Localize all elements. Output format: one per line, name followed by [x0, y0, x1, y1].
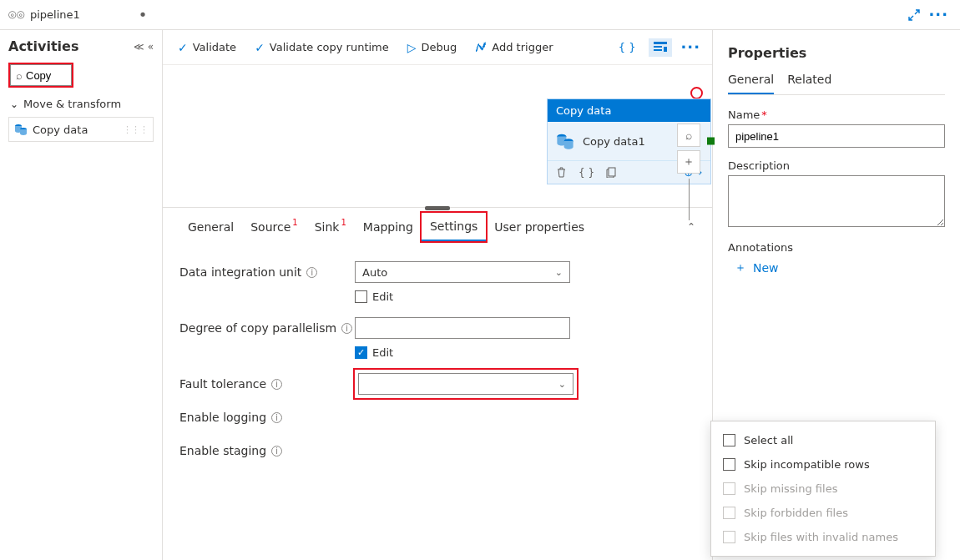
degree-label: Degree of copy parallelism: [179, 321, 336, 335]
add-trigger-button[interactable]: 🗲 Add trigger: [475, 41, 553, 54]
tab-settings[interactable]: Settings: [422, 213, 486, 241]
annotations-label: Annotations: [728, 241, 945, 254]
name-label: Name: [728, 108, 760, 121]
prop-tab-general[interactable]: General: [728, 73, 774, 94]
dd-select-all[interactable]: Select all: [711, 428, 935, 452]
activity-copy-data[interactable]: Copy data ⋮⋮⋮: [8, 117, 154, 142]
svg-rect-2: [654, 42, 667, 44]
checkbox[interactable]: [723, 458, 735, 471]
unsaved-indicator-icon: •: [139, 6, 148, 23]
edit-label: Edit: [372, 290, 393, 303]
chevron-down-icon: ⌄: [10, 98, 18, 110]
database-icon: [14, 123, 28, 136]
info-icon[interactable]: i: [306, 267, 317, 278]
node-name: Copy data1: [583, 135, 645, 148]
degree-input[interactable]: [355, 317, 570, 339]
search-icon: ⌕: [16, 69, 23, 82]
fault-tolerance-label: Fault tolerance: [179, 377, 266, 391]
debug-button[interactable]: ▷ Debug: [407, 41, 457, 54]
check-icon: ✓: [178, 41, 188, 54]
pipeline-canvas[interactable]: Copy data Copy data1 { } ⊕→: [163, 65, 712, 207]
drag-handle-icon[interactable]: ⋮⋮⋮: [123, 124, 148, 135]
svg-rect-4: [654, 49, 662, 51]
info-icon[interactable]: i: [271, 412, 282, 423]
code-view-button[interactable]: { }: [614, 38, 641, 57]
delete-icon[interactable]: [556, 167, 567, 178]
settings-form: Data integration unit i Auto ⌄ Edit Degr…: [163, 245, 712, 481]
expand-icon[interactable]: [908, 9, 920, 21]
checkbox: [723, 507, 735, 519]
canvas-search-button[interactable]: ⌕: [677, 124, 700, 147]
pipeline-name-input[interactable]: [728, 124, 945, 148]
node-output-port[interactable]: [707, 138, 715, 145]
info-icon[interactable]: i: [271, 379, 282, 390]
canvas-add-button[interactable]: ＋: [677, 150, 700, 174]
collapse-panel-icon[interactable]: ⌃: [687, 221, 695, 233]
highlight-circle: [690, 87, 703, 99]
main-panel: ✓ Validate ✓ Validate copy runtime ▷ Deb…: [163, 30, 713, 560]
tab-mapping[interactable]: Mapping: [355, 214, 422, 240]
play-icon: ▷: [407, 41, 417, 54]
svg-rect-8: [609, 168, 615, 176]
degree-edit-checkbox[interactable]: ✓: [355, 346, 367, 359]
dd-skip-invalid: Skip files with invalid names: [711, 525, 935, 549]
svg-rect-5: [664, 47, 667, 52]
section-move-transform[interactable]: ⌄ Move & transform: [8, 96, 154, 112]
tab-user-properties[interactable]: User properties: [486, 214, 593, 240]
diu-edit-checkbox[interactable]: [355, 290, 367, 303]
chevron-down-icon: ⌄: [555, 267, 563, 278]
properties-title: Properties: [728, 45, 945, 61]
checkbox: [723, 531, 735, 543]
checkbox[interactable]: [723, 434, 735, 446]
panel-resize-handle[interactable]: [425, 206, 450, 210]
description-label: Description: [728, 159, 945, 172]
code-icon[interactable]: { }: [579, 167, 594, 179]
trigger-icon: 🗲: [475, 41, 487, 54]
node-header: Copy data: [548, 99, 710, 122]
dd-skip-incompatible[interactable]: Skip incompatible rows: [711, 452, 935, 477]
fault-tolerance-select[interactable]: ⌄: [358, 373, 573, 395]
more-menu-icon[interactable]: ···: [928, 6, 948, 23]
enable-logging-label: Enable logging: [179, 411, 266, 424]
prop-tab-related[interactable]: Related: [787, 73, 831, 94]
enable-staging-label: Enable staging: [179, 444, 266, 457]
pipeline-icon: ⦾⦾: [8, 8, 25, 21]
top-bar: ⦾⦾ pipeline1 • ···: [0, 0, 960, 30]
diu-label: Data integration unit: [179, 265, 301, 279]
fault-tolerance-dropdown: Select all Skip incompatible rows Skip m…: [710, 421, 936, 557]
activities-title: Activities: [8, 38, 78, 54]
pipeline-tab-name: pipeline1: [30, 8, 80, 21]
diu-select[interactable]: Auto ⌄: [355, 261, 570, 283]
activity-label: Copy data: [33, 124, 88, 136]
sidebar-collapse-icon[interactable]: ≪«: [134, 41, 154, 53]
dd-skip-forbidden: Skip forbidden files: [711, 501, 935, 525]
activities-search-input[interactable]: [26, 69, 66, 82]
activity-tabs: General Source1 Sink1 Mapping Settings U…: [163, 207, 712, 245]
check-icon: ✓: [255, 41, 265, 54]
toolbar-more-icon[interactable]: ···: [680, 38, 700, 56]
tab-source[interactable]: Source1: [242, 214, 306, 240]
validate-button[interactable]: ✓ Validate: [178, 41, 236, 54]
activities-sidebar: Activities ≪« ⌕ ⌄ Move & transform Copy …: [0, 30, 163, 560]
tab-sink[interactable]: Sink1: [306, 214, 355, 240]
info-icon[interactable]: i: [341, 323, 352, 334]
checkbox: [723, 482, 735, 495]
plus-icon: ＋: [735, 260, 746, 275]
pipeline-toolbar: ✓ Validate ✓ Validate copy runtime ▷ Deb…: [163, 30, 712, 65]
section-label: Move & transform: [23, 98, 121, 110]
dd-skip-missing: Skip missing files: [711, 477, 935, 501]
validate-runtime-button[interactable]: ✓ Validate copy runtime: [255, 41, 389, 54]
edit-label: Edit: [372, 346, 393, 359]
info-icon[interactable]: i: [271, 446, 282, 457]
zoom-slider-track[interactable]: [689, 179, 690, 220]
chevron-down-icon: ⌄: [558, 379, 566, 390]
properties-toggle-button[interactable]: [649, 38, 672, 57]
description-textarea[interactable]: [728, 175, 945, 227]
copy-icon[interactable]: [606, 167, 617, 178]
svg-rect-3: [654, 46, 662, 48]
new-annotation-button[interactable]: ＋ New: [728, 257, 945, 279]
database-icon: [556, 132, 574, 150]
tab-general[interactable]: General: [179, 214, 242, 240]
